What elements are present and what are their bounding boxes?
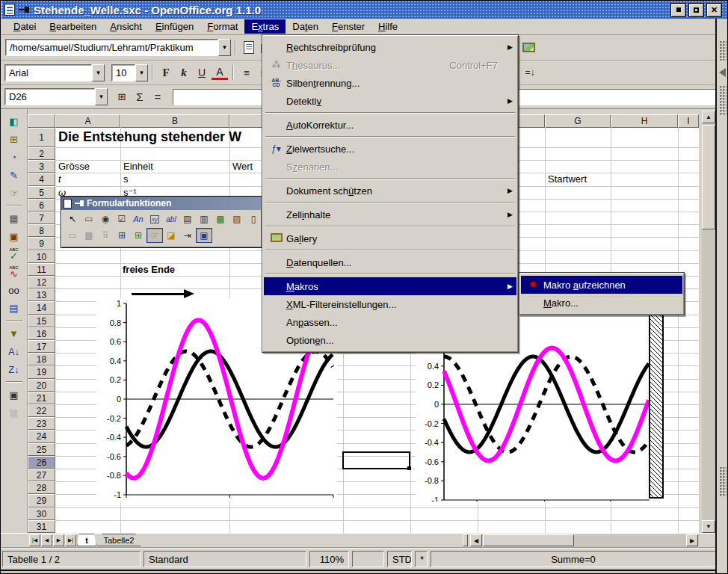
status-insert-mode[interactable]: STD: [387, 551, 412, 567]
url-combobox[interactable]: /home/samuel/Studium/Lehramt/Praktikum ▼: [5, 39, 231, 56]
styles-button[interactable]: ▣: [4, 228, 24, 244]
more-controls-button[interactable]: ⊞: [130, 228, 146, 243]
menubar-item-hilfe[interactable]: Hilfe: [371, 19, 404, 34]
font-name-field[interactable]: Arial: [4, 64, 92, 81]
submenu-item-makro[interactable]: Makro...: [521, 294, 682, 312]
group-box-button[interactable]: xy: [146, 212, 163, 226]
text-box-button[interactable]: abl: [163, 212, 179, 226]
name-box[interactable]: D26 ▼: [4, 88, 108, 105]
horizontal-scrollbar[interactable]: ◀ ▶: [470, 534, 699, 547]
menu-item-optionen[interactable]: Optionen...: [264, 331, 516, 349]
row-header-16[interactable]: 16: [28, 327, 55, 340]
italic-button[interactable]: k: [176, 64, 192, 81]
column-header-i[interactable]: I: [678, 114, 699, 128]
row-header-21[interactable]: 21: [28, 392, 55, 404]
maximize-button[interactable]: [688, 3, 704, 17]
activation-order-button[interactable]: ⇥: [179, 228, 196, 243]
row-header-22[interactable]: 22: [28, 404, 55, 417]
last-sheet-button[interactable]: ▶|: [65, 534, 76, 546]
check-box-button[interactable]: ☑: [114, 212, 130, 226]
close-button[interactable]: ✕: [706, 3, 722, 17]
align-left-button[interactable]: ≡: [238, 64, 255, 81]
combo-box-button[interactable]: ▥: [196, 212, 212, 226]
row-header-20[interactable]: 20: [28, 379, 55, 392]
sum-button[interactable]: Σ: [132, 89, 148, 105]
form-functions-button[interactable]: ☞: [4, 185, 24, 201]
row-header-18[interactable]: 18: [28, 353, 55, 365]
row-header-8[interactable]: 8: [28, 224, 55, 237]
radio-button-button[interactable]: ◉: [97, 212, 114, 226]
table-control-button[interactable]: ⊞: [114, 228, 130, 243]
vertical-scroll-thumb[interactable]: [702, 125, 715, 229]
row-header-27[interactable]: 27: [28, 469, 55, 481]
column-header-g[interactable]: G: [545, 114, 611, 128]
row-header-12[interactable]: 12: [28, 276, 55, 288]
submenu-item-makroaufzeichnen[interactable]: Makro aufzeichnen: [521, 276, 682, 294]
menu-item-xmlfiltereinstellungen[interactable]: XML-Filtereinstellungen...: [264, 295, 516, 313]
fill-handle[interactable]: [407, 466, 411, 470]
minimize-button[interactable]: [670, 3, 686, 17]
list-box-button[interactable]: ▤: [179, 212, 196, 226]
row-header-3[interactable]: 3: [28, 160, 55, 173]
menu-item-detektiv[interactable]: Detektiv▶: [264, 92, 516, 110]
find-button[interactable]: oo: [4, 282, 24, 298]
font-size-combobox[interactable]: 10 ▼: [111, 64, 148, 81]
scroll-right-button[interactable]: ▶: [686, 534, 698, 546]
menu-item-gallery[interactable]: Gallery: [264, 229, 516, 247]
row-header-15[interactable]: 15: [28, 315, 55, 327]
menu-item-datenquellen[interactable]: Datenquellen...: [264, 253, 516, 271]
menubar-item-daten[interactable]: Daten: [286, 19, 325, 34]
row-header-23[interactable]: 23: [28, 417, 55, 430]
titlebar[interactable]: Stehende_Welle.sxc - OpenOffice.org 1.1.…: [1, 1, 728, 19]
pin-icon[interactable]: [75, 200, 84, 206]
row-header-26[interactable]: 26: [28, 456, 55, 469]
column-header-a[interactable]: A: [55, 114, 120, 128]
menubar-item-fenster[interactable]: Fenster: [325, 19, 371, 34]
row-header-1[interactable]: 1: [28, 128, 55, 147]
horizontal-scroll-thumb[interactable]: [483, 534, 574, 546]
design-mode-button[interactable]: ▣: [196, 228, 212, 243]
borders-button[interactable]: =↓: [522, 64, 538, 81]
sheet-tab-t[interactable]: t: [77, 534, 96, 546]
font-size-field[interactable]: 10: [111, 64, 135, 81]
next-sheet-button[interactable]: ▶: [53, 534, 64, 546]
menu-item-makros[interactable]: Makros▶: [264, 277, 516, 295]
row-header-25[interactable]: 25: [28, 443, 55, 456]
menubar-item-ansicht[interactable]: Ansicht: [103, 19, 149, 34]
pattern-field-button[interactable]: ▩: [81, 228, 97, 243]
image-control-button[interactable]: ▨: [229, 212, 245, 226]
scroll-down-button[interactable]: ▼: [702, 520, 715, 533]
name-box-dropdown[interactable]: ▼: [95, 88, 108, 105]
menu-item-zellinhalte[interactable]: Zellinhalte▶: [264, 206, 516, 223]
ungroup-button[interactable]: ▦: [4, 404, 24, 421]
file-selection-button[interactable]: ▯: [245, 212, 262, 226]
prev-sheet-button[interactable]: ◀: [41, 534, 52, 546]
push-button-button[interactable]: ▭: [81, 212, 97, 226]
form-navigator-button[interactable]: ☞: [146, 228, 163, 243]
url-dropdown-button[interactable]: ▼: [218, 39, 231, 56]
insert-cells-button[interactable]: ⊞: [4, 131, 24, 147]
status-page-style[interactable]: Standard: [144, 551, 306, 567]
row-header-19[interactable]: 19: [28, 365, 55, 378]
floating-toolbar-titlebar[interactable]: Formularfunktionen: [61, 197, 262, 210]
row-header-17[interactable]: 17: [28, 340, 55, 353]
vertical-scrollbar[interactable]: ▲ ▼: [702, 111, 715, 533]
row-header-13[interactable]: 13: [28, 288, 55, 301]
autospellcheck-button[interactable]: ABC∿: [4, 264, 24, 280]
insert-draw-button[interactable]: ✎: [4, 167, 24, 183]
select-pointer-button[interactable]: ↖: [64, 212, 81, 226]
menubar-item-datei[interactable]: Datei: [7, 19, 43, 34]
tab-splitter[interactable]: [463, 534, 468, 546]
group-button[interactable]: ▣: [4, 386, 24, 403]
row-header-29[interactable]: 29: [28, 494, 55, 507]
new-document-button[interactable]: [241, 40, 257, 56]
menu-item-dokumentschtzen[interactable]: Dokument schützen▶: [264, 182, 516, 200]
row-header-2[interactable]: 2: [28, 147, 55, 160]
row-header-4[interactable]: 4: [28, 173, 55, 185]
toolbar-hide-arrow-icon[interactable]: [719, 68, 726, 77]
menu-item-autokorrektur[interactable]: AutoKorrektur...: [264, 116, 516, 134]
row-header-7[interactable]: 7: [28, 212, 55, 224]
gallery-button[interactable]: [520, 40, 537, 56]
menu-item-thesaurus[interactable]: ⁂Thesaurus...Control+F7: [264, 56, 516, 74]
menu-item-anpassen[interactable]: Anpassen...: [264, 313, 516, 331]
